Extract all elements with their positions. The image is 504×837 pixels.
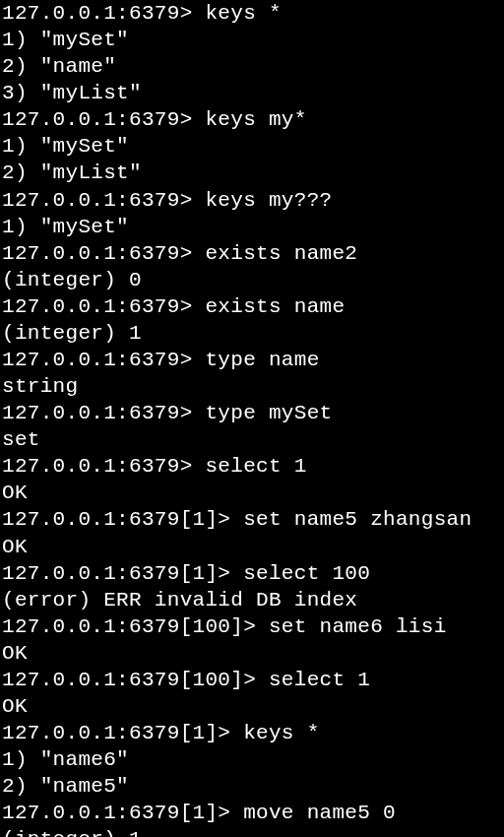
terminal-line: 2) "name" — [2, 53, 502, 80]
terminal-line: 1) "mySet" — [2, 133, 502, 160]
terminal-line: 127.0.0.1:6379[1]> move name5 0 — [2, 800, 502, 826]
terminal-line: 127.0.0.1:6379> exists name2 — [2, 240, 502, 267]
terminal-output[interactable]: 127.0.0.1:6379> keys * 1) "mySet" 2) "na… — [2, 0, 502, 837]
terminal-line: 127.0.0.1:6379> select 1 — [2, 453, 502, 480]
terminal-line: 127.0.0.1:6379> keys my* — [2, 106, 502, 133]
terminal-line: string — [2, 373, 502, 400]
terminal-line: OK — [2, 480, 502, 506]
terminal-line: 2) "myList" — [2, 160, 502, 186]
terminal-line: 127.0.0.1:6379[100]> select 1 — [2, 667, 502, 693]
terminal-line: (integer) 0 — [2, 267, 502, 293]
terminal-line: 127.0.0.1:6379[100]> set name6 lisi — [2, 613, 502, 640]
terminal-line: 2) "name5" — [2, 773, 502, 800]
terminal-line: set — [2, 426, 502, 453]
terminal-line: (integer) 1 — [2, 826, 502, 837]
terminal-line: 127.0.0.1:6379[1]> select 100 — [2, 560, 502, 587]
terminal-line: 1) "mySet" — [2, 27, 502, 53]
terminal-line: 127.0.0.1:6379[1]> set name5 zhangsan — [2, 506, 502, 533]
terminal-line: (error) ERR invalid DB index — [2, 587, 502, 613]
terminal-line: OK — [2, 534, 502, 560]
terminal-line: 127.0.0.1:6379> keys my??? — [2, 187, 502, 214]
terminal-line: 1) "name6" — [2, 746, 502, 773]
terminal-line: OK — [2, 640, 502, 667]
terminal-line: 127.0.0.1:6379> keys * — [2, 0, 502, 27]
terminal-line: 127.0.0.1:6379> type mySet — [2, 400, 502, 426]
terminal-line: 1) "mySet" — [2, 214, 502, 240]
terminal-line: 3) "myList" — [2, 80, 502, 106]
terminal-line: 127.0.0.1:6379> type name — [2, 347, 502, 373]
terminal-line: (integer) 1 — [2, 320, 502, 347]
terminal-line: 127.0.0.1:6379> exists name — [2, 293, 502, 320]
terminal-line: 127.0.0.1:6379[1]> keys * — [2, 720, 502, 746]
terminal-line: OK — [2, 693, 502, 720]
